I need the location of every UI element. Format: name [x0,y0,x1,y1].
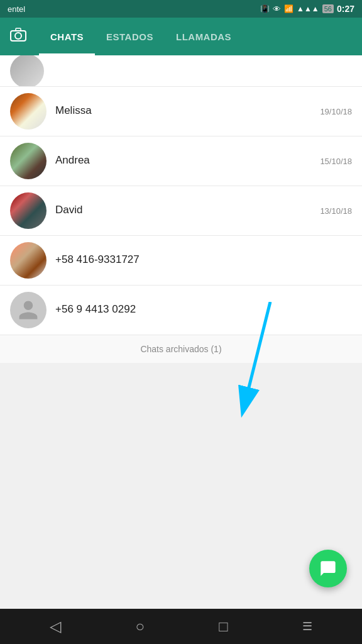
status-right: 📳 👁 📶 ▲▲▲ 56 0:27 [260,4,354,14]
list-item-melissa[interactable]: Melissa 19/10/18 [0,87,362,136]
chat-top-phone1: +58 416-9331727 [55,253,352,267]
chat-top-phone2: +56 9 4413 0292 [55,303,352,317]
chat-info-phone2: +56 9 4413 0292 [55,303,352,317]
tab-estados[interactable]: ESTADOS [95,18,165,55]
camera-icon[interactable] [10,28,26,45]
list-item-david[interactable]: David 13/10/18 [0,186,362,236]
avatar-david [10,192,47,229]
battery-label: 56 [322,4,334,13]
back-icon[interactable]: ◁ [50,618,61,635]
chat-name-phone1: +58 416-9331727 [55,253,140,266]
recents-icon[interactable]: □ [219,618,228,635]
signal-icon: ▲▲▲ [297,4,319,13]
avatar-partial [10,55,44,87]
bottom-nav: ◁ ○ □ ☰ [0,609,362,644]
chat-name-melissa: Melissa [55,104,92,117]
wifi-icon: 📶 [284,4,293,13]
carrier-label: entel [8,4,25,14]
chat-info-melissa: Melissa 19/10/18 [55,104,352,118]
tab-llamadas[interactable]: LLAMADAS [165,18,243,55]
avatar-phone1 [10,242,47,279]
list-item-partial[interactable] [0,55,362,87]
chat-info-andrea: Andrea 15/10/18 [55,154,352,168]
avatar-melissa [10,93,47,130]
archived-chats-row[interactable]: Chats archivados (1) [0,335,362,363]
chat-date-david: 13/10/18 [320,206,352,216]
chat-date-andrea: 15/10/18 [320,157,352,166]
chat-name-david: David [55,204,82,216]
vibrate-icon: 📳 [260,4,270,13]
list-item-andrea[interactable]: Andrea 15/10/18 [0,136,362,186]
avatar-andrea [10,143,47,179]
chat-list: Melissa 19/10/18 Andrea 15/10/18 David 1… [0,55,362,363]
chat-top-andrea: Andrea 15/10/18 [55,154,352,168]
svg-rect-2 [16,28,21,31]
status-bar: entel 📳 👁 📶 ▲▲▲ 56 0:27 [0,0,362,18]
avatar-phone2 [10,292,47,328]
chat-info-david: David 13/10/18 [55,204,352,218]
chat-name-andrea: Andrea [55,154,90,167]
tab-bar: CHATS ESTADOS LLAMADAS [39,18,352,55]
header: CHATS ESTADOS LLAMADAS [0,18,362,55]
time-label: 0:27 [337,4,354,14]
eye-icon: 👁 [273,4,281,14]
new-chat-fab[interactable] [309,550,347,587]
archived-label: Chats archivados (1) [140,344,221,354]
home-icon[interactable]: ○ [135,618,145,635]
chat-top-david: David 13/10/18 [55,204,352,218]
chat-top-melissa: Melissa 19/10/18 [55,104,352,118]
chat-name-phone2: +56 9 4413 0292 [55,303,136,316]
tab-chats[interactable]: CHATS [39,18,95,55]
list-item-phone2[interactable]: +56 9 4413 0292 [0,286,362,335]
chat-date-melissa: 19/10/18 [320,107,352,116]
list-item-phone1[interactable]: +58 416-9331727 [0,236,362,286]
svg-point-1 [15,33,21,39]
chat-info-phone1: +58 416-9331727 [55,253,352,267]
avatar-placeholder-phone2 [10,292,47,328]
menu-icon[interactable]: ☰ [302,619,312,633]
